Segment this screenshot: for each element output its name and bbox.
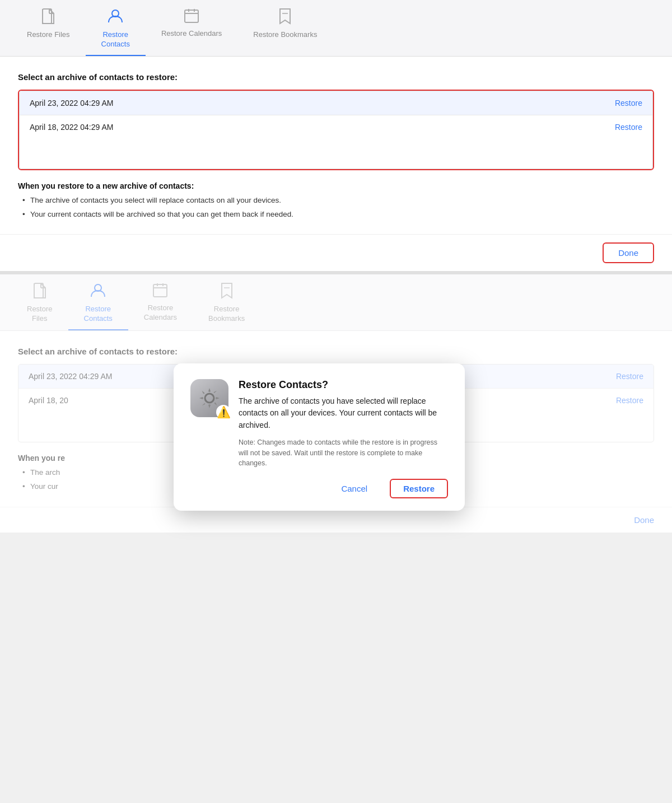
svg-point-18 [205, 394, 214, 403]
bottom-file-icon [32, 282, 48, 301]
archive-row-1: April 23, 2022 04:29 AM Restore [20, 91, 652, 115]
bottom-contacts-icon [90, 282, 106, 301]
file-icon [40, 8, 56, 27]
svg-rect-4 [185, 10, 198, 22]
tab-restore-calendars-label: Restore Calendars [161, 29, 222, 39]
bottom-tab-restore-bookmarks[interactable]: RestoreBookmarks [193, 274, 260, 330]
tab-restore-contacts[interactable]: RestoreContacts [86, 0, 146, 56]
bottom-archive-restore-btn-2[interactable]: Restore [616, 396, 643, 405]
modal-header: ⚠️ Restore Contacts? The archive of cont… [190, 379, 448, 469]
top-tab-bar: Restore Files RestoreContacts Restore Ca… [0, 0, 672, 57]
bottom-tab-contacts-label: RestoreContacts [84, 305, 113, 324]
top-section-title: Select an archive of contacts to restore… [18, 72, 654, 82]
top-info-title: When you restore to a new archive of con… [18, 181, 654, 190]
bottom-tab-bookmarks-label: RestoreBookmarks [208, 305, 245, 324]
top-info-list: The archive of contacts you select will … [18, 195, 654, 221]
restore-contacts-modal: ⚠️ Restore Contacts? The archive of cont… [174, 363, 465, 511]
tab-restore-bookmarks-label: Restore Bookmarks [253, 30, 317, 40]
modal-note: Note: Changes made to contacts while the… [239, 437, 448, 469]
contacts-icon [108, 8, 123, 27]
bottom-done-button[interactable]: Done [634, 515, 654, 525]
bookmarks-icon [278, 8, 292, 27]
tab-restore-bookmarks[interactable]: Restore Bookmarks [237, 0, 333, 56]
bottom-tab-restore-contacts[interactable]: RestoreContacts [68, 274, 128, 330]
archive-date-2: April 18, 2022 04:29 AM [30, 123, 113, 132]
archive-row-2: April 18, 2022 04:29 AM Restore [20, 115, 652, 139]
top-archive-list: April 23, 2022 04:29 AM Restore April 18… [19, 91, 653, 169]
bottom-panel: RestoreFiles RestoreContacts RestoreCale… [0, 274, 672, 532]
archive-restore-btn-1[interactable]: Restore [615, 99, 642, 108]
bottom-tab-files-label: RestoreFiles [27, 305, 53, 324]
calendar-icon [184, 8, 199, 26]
top-content-area: Select an archive of contacts to restore… [0, 57, 672, 235]
bottom-tab-bar: RestoreFiles RestoreContacts RestoreCale… [0, 274, 672, 331]
bottom-tab-restore-files[interactable]: RestoreFiles [11, 274, 68, 330]
svg-rect-9 [34, 283, 43, 298]
modal-title: Restore Contacts? [239, 379, 448, 391]
modal-icon: ⚠️ [190, 379, 228, 417]
top-done-bar: Done [0, 234, 672, 271]
tab-restore-contacts-label: RestoreContacts [101, 30, 130, 49]
archive-date-1: April 23, 2022 04:29 AM [30, 99, 113, 108]
modal-cancel-button[interactable]: Cancel [335, 480, 373, 497]
tab-restore-calendars[interactable]: Restore Calendars [146, 0, 237, 56]
bottom-section-title: Select an archive of contacts to restore… [18, 347, 654, 356]
info-item-1: The archive of contacts you select will … [20, 195, 654, 206]
svg-rect-0 [43, 9, 52, 24]
top-archive-list-wrapper: April 23, 2022 04:29 AM Restore April 18… [18, 90, 654, 170]
archive-restore-btn-2[interactable]: Restore [615, 123, 642, 132]
tab-restore-files[interactable]: Restore Files [11, 0, 86, 56]
bottom-archive-date-2: April 18, 20 [29, 396, 68, 405]
bottom-bookmarks-icon [220, 282, 234, 301]
modal-body: The archive of contacts you have selecte… [239, 395, 448, 432]
top-panel: Restore Files RestoreContacts Restore Ca… [0, 0, 672, 271]
svg-rect-13 [153, 284, 167, 297]
bottom-archive-date-1: April 23, 2022 04:29 AM [29, 372, 112, 381]
gear-icon: ⚠️ [190, 379, 228, 417]
bottom-archive-restore-btn-1[interactable]: Restore [616, 372, 643, 381]
bottom-tab-restore-calendars[interactable]: RestoreCalendars [128, 274, 193, 330]
bottom-calendar-icon [152, 282, 168, 300]
top-info-section: When you restore to a new archive of con… [18, 181, 654, 221]
bottom-tab-calendars-label: RestoreCalendars [144, 304, 177, 323]
top-done-button[interactable]: Done [603, 242, 654, 263]
modal-actions: Cancel Restore [190, 479, 448, 498]
info-item-2: Your current contacts will be archived s… [20, 209, 654, 220]
modal-restore-button[interactable]: Restore [390, 479, 448, 498]
tab-restore-files-label: Restore Files [27, 30, 70, 40]
warning-badge-icon: ⚠️ [216, 405, 231, 419]
modal-title-area: Restore Contacts? The archive of contact… [239, 379, 448, 469]
